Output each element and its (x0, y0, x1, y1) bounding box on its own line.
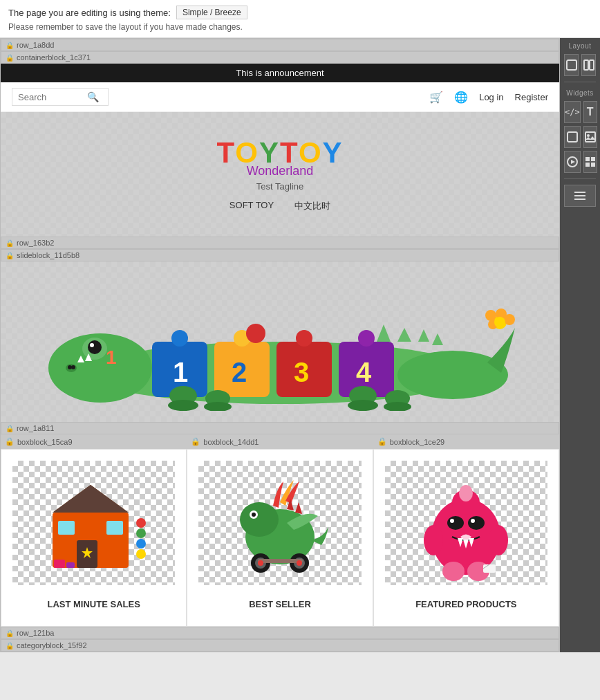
product-box-2[interactable]: FEATURED PRODUCTS (373, 449, 559, 627)
row-label-2: 🔒 row_163b2 (1, 237, 559, 249)
search-icon[interactable]: 🔍 (87, 91, 99, 102)
theme-label: The page you are editing is using theme: (8, 8, 171, 18)
svg-rect-92 (585, 163, 590, 167)
lock-icon-2: 🔒 (6, 54, 14, 62)
toy-banner: 1 1 2 (1, 261, 559, 422)
svg-point-49 (136, 549, 146, 559)
sidebar-divider-2 (564, 178, 596, 179)
site-header: 🔍 🛒 🌐 Log in Register (1, 82, 559, 112)
box-label-2: 🔒 boxblock_14dd1 (187, 436, 373, 448)
product-label-2: FEATURED PRODUCTS (415, 593, 516, 615)
language-icon[interactable]: 🌐 (454, 91, 468, 104)
products-grid: LAST MINUTE SALES (1, 449, 559, 627)
svg-point-24 (358, 330, 375, 347)
widget-text-btn[interactable]: T (583, 101, 597, 123)
lock-icon-7: 🔒 (191, 437, 200, 446)
widget-image-btn[interactable] (583, 126, 597, 148)
svg-point-77 (489, 525, 508, 555)
announcement-bar: This is announcement (1, 64, 559, 82)
box-labels-row: 🔒 boxblock_15ca9 🔒 boxblock_14dd1 🔒 boxb… (1, 434, 559, 449)
svg-marker-89 (571, 160, 575, 164)
search-area[interactable]: 🔍 (12, 88, 109, 106)
svg-point-36 (168, 400, 198, 411)
svg-rect-91 (591, 157, 595, 161)
svg-marker-58 (295, 502, 302, 514)
product-img-0 (39, 471, 149, 575)
theme-badge: Simple / Breeze (176, 6, 247, 19)
layout-1col-btn[interactable] (564, 54, 579, 76)
svg-rect-45 (106, 521, 123, 535)
row-label-3: 🔒 row_1a811 (1, 422, 559, 434)
product-img-1 (225, 468, 335, 578)
svg-point-72 (471, 519, 475, 523)
svg-point-25 (397, 351, 508, 399)
svg-rect-52 (66, 562, 75, 568)
login-link[interactable]: Log in (479, 92, 503, 102)
svg-rect-63 (258, 559, 303, 563)
page-wrapper: The page you are editing is using theme:… (0, 0, 600, 652)
layout-label: Layout (560, 38, 600, 51)
product-img-area-1 (198, 461, 361, 585)
svg-point-18 (246, 324, 265, 343)
svg-rect-51 (54, 560, 65, 568)
svg-point-7 (71, 365, 75, 369)
svg-text:3: 3 (294, 357, 309, 387)
products-section: LAST MINUTE SALES (1, 449, 559, 627)
widgets-label: Widgets (560, 85, 600, 98)
register-link[interactable]: Register (515, 92, 548, 102)
product-label-0: LAST MINUTE SALES (47, 593, 140, 615)
box-label-1: 🔒 boxblock_15ca9 (1, 436, 187, 448)
svg-point-70 (468, 516, 485, 530)
svg-point-3 (88, 340, 102, 354)
widget-code-btn[interactable]: </> (564, 101, 581, 123)
widget-menu-btn[interactable] (564, 185, 596, 207)
svg-rect-83 (584, 60, 588, 70)
svg-point-47 (136, 528, 146, 538)
svg-point-68 (459, 485, 473, 501)
lock-icon-3: 🔒 (6, 239, 14, 247)
svg-point-31 (494, 317, 505, 328)
row-label-1: 🔒 row_1a8dd (1, 39, 559, 51)
svg-text:1: 1 (173, 357, 188, 387)
svg-point-56 (252, 513, 256, 517)
nav-item-0[interactable]: SOFT TOY (229, 200, 274, 212)
svg-point-38 (348, 400, 378, 411)
widget-video-btn[interactable] (564, 151, 581, 173)
svg-rect-84 (590, 60, 594, 70)
svg-point-76 (424, 525, 443, 555)
hero-section: TOYTOY Wonderland Test Tagline SOFT TOY … (1, 112, 559, 237)
product-box-1[interactable]: BEST SELLER (187, 449, 373, 627)
slide-label-1: 🔒 slideblock_11d5b8 (1, 249, 559, 261)
svg-point-27 (485, 310, 496, 321)
header-right: 🛒 🌐 Log in Register (429, 91, 548, 104)
svg-rect-85 (568, 132, 577, 142)
category-1-id: categoryblock_15f92 (17, 641, 87, 650)
cart-icon[interactable]: 🛒 (429, 91, 443, 104)
svg-point-71 (450, 519, 454, 523)
slide-1-id: slideblock_11d5b8 (17, 251, 79, 259)
lock-icon-9: 🔒 (6, 629, 14, 637)
widget-structure-btn[interactable] (583, 151, 597, 173)
product-label-1: BEST SELLER (249, 593, 311, 615)
svg-point-48 (136, 539, 146, 549)
product-img-area-2 (385, 461, 547, 585)
admin-bar: The page you are editing is using theme:… (0, 0, 600, 38)
main-area: 🔒 row_1a8dd 🔒 containerblock_1c371 This … (0, 38, 600, 652)
svg-point-78 (442, 562, 465, 581)
search-input[interactable] (18, 92, 87, 102)
svg-point-21 (296, 330, 312, 347)
croc-svg: 1 1 2 (45, 273, 515, 411)
lock-icon-6: 🔒 (5, 437, 15, 446)
widget-block-btn[interactable] (564, 126, 581, 148)
product-box-0[interactable]: LAST MINUTE SALES (1, 449, 187, 627)
layout-2col-btn[interactable] (581, 54, 596, 76)
box-label-3: 🔒 boxblock_1ce29 (373, 436, 559, 448)
lock-icon-5: 🔒 (6, 425, 14, 432)
svg-rect-44 (58, 521, 75, 535)
container-label-1: 🔒 containerblock_1c371 (1, 51, 559, 64)
nav-item-1[interactable]: 中文比时 (294, 200, 330, 212)
lock-icon-10: 🔒 (6, 642, 14, 650)
svg-point-14 (171, 330, 188, 347)
svg-text:1: 1 (106, 347, 117, 368)
save-notice: Please remember to save the layout if yo… (8, 22, 592, 32)
